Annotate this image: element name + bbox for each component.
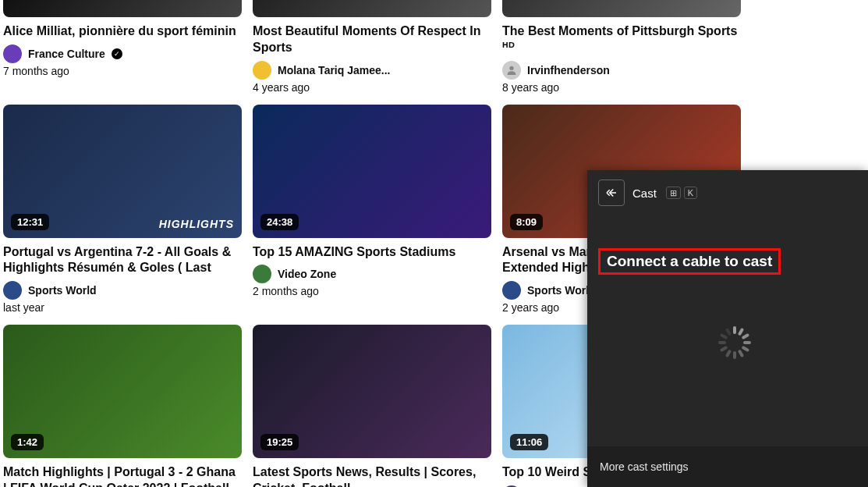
video-duration: 12:31: [11, 214, 49, 230]
video-card[interactable]: Alice Milliat, pionnière du sport fémini…: [3, 0, 242, 94]
video-thumbnail[interactable]: [3, 0, 242, 17]
channel-avatar[interactable]: [3, 281, 22, 300]
channel-name[interactable]: France Culture: [28, 48, 105, 60]
video-age: last year: [3, 301, 242, 314]
channel-avatar[interactable]: [502, 61, 521, 80]
svg-point-0: [509, 66, 513, 69]
video-card[interactable]: 24:38 Top 15 AMAZING Sports Stadiums Vid…: [253, 105, 491, 315]
video-age: 7 months ago: [3, 65, 242, 77]
video-card[interactable]: 1:42 Match Highlights | Portugal 3 - 2 G…: [3, 325, 242, 487]
channel-name[interactable]: Sports World: [527, 284, 596, 297]
video-age: 4 years ago: [253, 81, 491, 94]
video-title: Portugal vs Argentina 7-2 - All Goals & …: [3, 244, 242, 277]
channel-row[interactable]: France Culture ✓: [3, 44, 242, 63]
channel-avatar[interactable]: [253, 61, 271, 80]
video-card[interactable]: 12:31 HIGHLIGHTS Portugal vs Argentina 7…: [3, 105, 242, 315]
video-thumbnail[interactable]: 12:31 HIGHLIGHTS: [3, 105, 242, 238]
video-title: Alice Milliat, pionnière du sport fémini…: [3, 23, 242, 40]
video-duration: 19:25: [260, 434, 299, 450]
video-thumbnail[interactable]: 1:42: [3, 325, 242, 458]
loading-spinner-icon: [718, 326, 751, 359]
video-thumbnail[interactable]: 19:25: [253, 325, 491, 458]
video-title: Match Highlights | Portugal 3 - 2 Ghana …: [3, 464, 242, 487]
cast-title: Cast: [632, 187, 657, 200]
video-card[interactable]: Most Beautiful Moments Of Respect In Spo…: [253, 0, 491, 94]
cast-header: Cast ⊞ K: [587, 170, 868, 215]
cast-message: Connect a cable to cast: [598, 248, 781, 275]
windows-key-icon: ⊞: [666, 187, 681, 199]
verified-icon: ✓: [112, 48, 122, 59]
video-duration: 24:38: [260, 214, 299, 230]
video-thumbnail[interactable]: 24:38: [253, 105, 491, 238]
video-title: Latest Sports News, Results | Scores, Cr…: [253, 464, 491, 487]
video-card[interactable]: 19:25 Latest Sports News, Results | Scor…: [253, 325, 491, 487]
channel-row[interactable]: Sports World: [3, 281, 242, 300]
channel-row[interactable]: Molana Tariq Jamee...: [253, 61, 491, 80]
video-age: 2 months ago: [253, 285, 491, 297]
cast-shortcut: ⊞ K: [666, 187, 697, 199]
back-button[interactable]: [598, 180, 625, 206]
video-thumbnail[interactable]: [502, 0, 741, 17]
video-title: The Best Moments of Pittsburgh Sports ᴴᴰ: [502, 23, 741, 56]
channel-name[interactable]: Video Zone: [278, 268, 336, 280]
video-card[interactable]: The Best Moments of Pittsburgh Sports ᴴᴰ…: [502, 0, 741, 94]
channel-name[interactable]: Sports World: [28, 284, 97, 297]
channel-avatar[interactable]: [3, 44, 22, 63]
channel-row[interactable]: Irvinfhenderson: [502, 61, 741, 80]
channel-name[interactable]: Irvinfhenderson: [527, 64, 610, 76]
arrow-left-icon: [604, 186, 618, 200]
video-age: 8 years ago: [502, 81, 741, 94]
channel-name[interactable]: Molana Tariq Jamee...: [278, 64, 390, 76]
channel-row[interactable]: Video Zone: [253, 265, 491, 283]
cast-panel: Cast ⊞ K Connect a cable to cast More ca…: [587, 170, 868, 487]
highlights-badge: HIGHLIGHTS: [159, 218, 234, 230]
shortcut-key: K: [684, 187, 697, 199]
video-duration: 11:06: [510, 434, 548, 450]
video-title: Most Beautiful Moments Of Respect In Spo…: [253, 23, 491, 56]
channel-avatar[interactable]: [253, 265, 271, 283]
video-thumbnail[interactable]: [253, 0, 491, 17]
video-duration: 1:42: [11, 434, 44, 450]
video-duration: 8:09: [510, 214, 543, 230]
more-cast-settings-button[interactable]: More cast settings: [587, 446, 868, 487]
video-title: Top 15 AMAZING Sports Stadiums: [253, 244, 491, 261]
channel-avatar[interactable]: [502, 281, 521, 300]
